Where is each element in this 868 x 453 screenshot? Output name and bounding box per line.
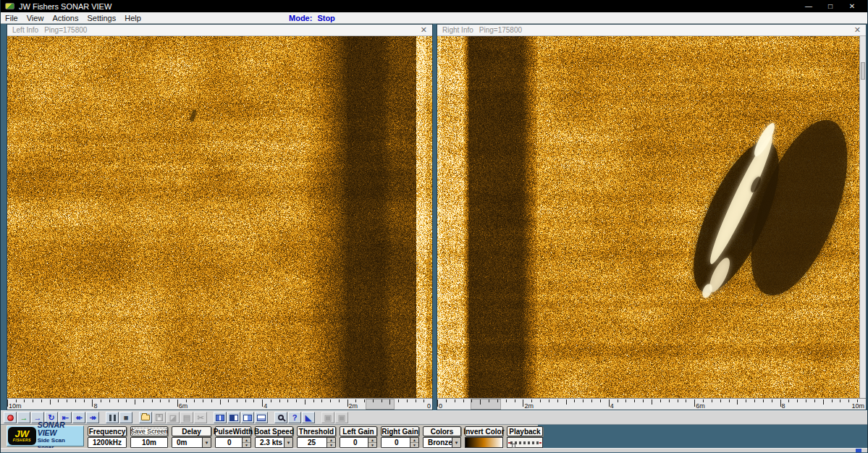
ruler-tick <box>832 399 833 402</box>
annotate-help-icon: ? <box>292 414 298 422</box>
right-panel-close-icon[interactable]: ✕ <box>854 26 861 34</box>
ruler-tick <box>101 399 101 402</box>
menu-actions[interactable]: Actions <box>48 14 83 22</box>
invert-color-swatch[interactable] <box>465 437 503 448</box>
left-ruler-scroll-thumb[interactable] <box>366 399 395 410</box>
left-sonar-image[interactable] <box>7 36 432 398</box>
ruler-tick <box>135 399 135 405</box>
delay-dropdown[interactable]: 0m ▼ <box>172 437 211 448</box>
marker-button[interactable]: ◣ <box>302 412 315 423</box>
right-sonar-panel: Right Info Ping=175800 ✕ 02m46m810m <box>437 24 867 410</box>
layout-dual-pane-button[interactable] <box>214 412 227 423</box>
invert-color-control: Invert Color <box>465 426 503 448</box>
menu-help[interactable]: Help <box>120 14 146 22</box>
delay-control: Delay 0m ▼ <box>172 426 211 448</box>
right-gain-up-icon[interactable]: ▲ <box>410 438 418 443</box>
ruler-tick <box>788 399 789 402</box>
ruler-tick <box>245 399 246 402</box>
ruler-tick <box>557 399 558 402</box>
mode-label: Mode: <box>289 14 312 22</box>
threshold-down-icon[interactable]: ▼ <box>327 443 335 447</box>
ruler-tick <box>806 399 806 402</box>
zoom-button[interactable] <box>274 412 287 423</box>
ruler-tick <box>540 399 541 402</box>
close-button[interactable]: ✕ <box>841 0 863 12</box>
boat-speed-dropdown[interactable]: 2.3 kts ▼ <box>255 437 293 448</box>
left-sonar-panel: Left Info Ping=175800 ✕ 10m86m42m0 <box>7 24 433 410</box>
left-gain-down-icon[interactable]: ▼ <box>368 443 376 447</box>
playback-slider[interactable] <box>507 437 543 448</box>
menu-file[interactable]: File <box>1 14 22 22</box>
layout-right-pane-button[interactable] <box>241 412 254 423</box>
frequency-control: Frequency 1200kHz <box>88 426 127 448</box>
delay-dropdown-arrow-icon[interactable]: ▼ <box>202 438 211 447</box>
left-gain-value: 0 <box>353 439 358 446</box>
ruler-tick <box>373 399 374 402</box>
threshold-spinner: 25 ▲▼ <box>297 437 336 448</box>
resize-grip[interactable] <box>856 449 861 452</box>
right-scrollbar-thumb[interactable] <box>861 62 865 80</box>
ruler-tick <box>574 399 575 402</box>
erase-icon: ◪ <box>169 414 177 422</box>
right-vertical-scrollbar[interactable] <box>859 36 866 398</box>
fast-forward-button[interactable]: ↠ <box>86 412 99 423</box>
play-button[interactable]: → <box>17 412 30 423</box>
left-panel-close-icon[interactable]: ✕ <box>421 26 427 34</box>
colors-control: Colors Bronze ▼ <box>423 426 461 448</box>
stop-button[interactable]: ■ <box>119 412 132 423</box>
pulse-width-up-icon[interactable]: ▲ <box>243 438 250 443</box>
threshold-up-icon[interactable]: ▲ <box>327 438 335 443</box>
jw-fishers-logo: JW FISHERS SONAR VIEW Side Scan Sonar <box>7 426 84 446</box>
ruler-label: 0 <box>439 402 442 410</box>
play-icon: → <box>20 414 28 422</box>
save-file-icon <box>156 414 163 421</box>
right-panel-titlebar: Right Info Ping=175800 ✕ <box>437 25 866 36</box>
pulse-width-down-icon[interactable]: ▼ <box>243 443 250 447</box>
ruler-tick <box>660 399 661 402</box>
menu-settings[interactable]: Settings <box>83 14 120 22</box>
ruler-tick <box>7 399 8 407</box>
ruler-tick <box>480 399 481 405</box>
ruler-tick <box>694 399 695 407</box>
record-button[interactable] <box>4 412 17 423</box>
open-file-button[interactable] <box>139 412 152 423</box>
ruler-tick <box>177 399 178 407</box>
colors-dropdown[interactable]: Bronze ▼ <box>423 437 461 448</box>
ruler-tick <box>364 399 365 402</box>
menu-view[interactable]: View <box>22 14 49 22</box>
maximize-button[interactable]: □ <box>819 0 841 12</box>
ruler-tick <box>24 399 25 402</box>
ruler-tick <box>118 399 119 402</box>
pause-button[interactable] <box>106 412 119 423</box>
ruler-tick <box>729 399 730 402</box>
right-gain-down-icon[interactable]: ▼ <box>410 443 418 447</box>
ruler-tick <box>471 399 472 402</box>
ruler-tick <box>347 399 348 407</box>
left-panel-ping: Ping=175800 <box>44 26 87 34</box>
ruler-tick <box>296 399 297 402</box>
colors-dropdown-arrow-icon[interactable]: ▼ <box>452 438 460 447</box>
layout-dual-pane-icon <box>216 415 224 421</box>
ruler-tick <box>228 399 229 402</box>
right-sonar-image[interactable] <box>437 36 859 398</box>
print-icon: ▤ <box>183 414 190 422</box>
toolbar: →→↻⇤↞↠■◪▤✂?◣▣▣ <box>1 410 867 425</box>
boat-speed-dropdown-arrow-icon[interactable]: ▼ <box>284 438 292 447</box>
ruler-tick <box>625 399 626 402</box>
ruler-tick <box>109 399 110 402</box>
layout-left-pane-button[interactable] <box>227 412 240 423</box>
boat-speed-label: Boat Speed <box>255 426 293 436</box>
minimize-button[interactable]: — <box>798 0 819 12</box>
ruler-tick <box>160 399 161 402</box>
ruler-tick <box>220 399 221 405</box>
layout-bottom-pane-button[interactable] <box>255 412 268 423</box>
left-gain-up-icon[interactable]: ▲ <box>368 438 376 443</box>
ruler-tick <box>330 399 331 402</box>
ruler-tick <box>253 399 254 402</box>
right-ruler-scroll-thumb[interactable] <box>471 399 501 410</box>
pulse-width-label: PulseWidth <box>215 426 251 436</box>
annotate-help-button[interactable]: ? <box>288 412 301 423</box>
menubar: File View Actions Settings Help Mode: St… <box>1 12 867 24</box>
save-screen-button[interactable]: Save Screen <box>130 426 168 436</box>
aux-1-icon: ▣ <box>324 414 332 422</box>
